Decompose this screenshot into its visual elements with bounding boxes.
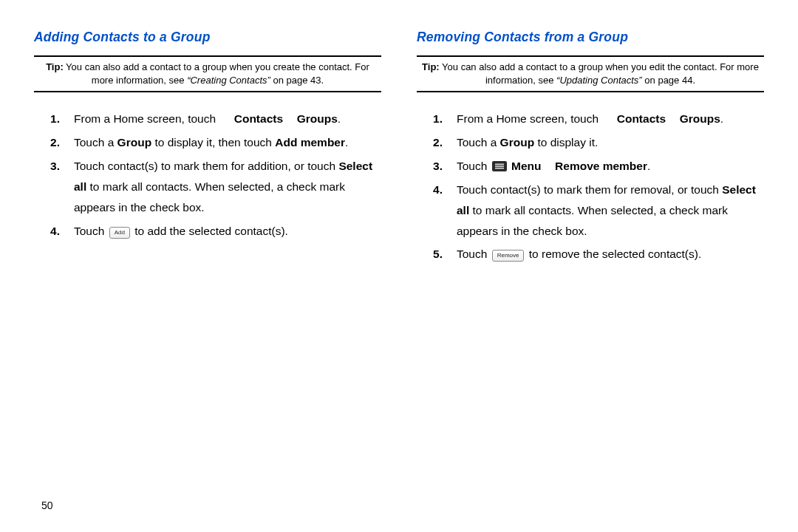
left-tip-box: Tip: You can also add a contact to a gro… (34, 55, 381, 92)
step-text: Touch contact(s) to mark them for remova… (457, 183, 722, 196)
remove-member-label: Remove member (555, 160, 647, 172)
left-step-4: Touch Add to add the selected contact(s)… (35, 221, 381, 242)
step-punct: . (720, 112, 723, 125)
svg-rect-2 (495, 166, 504, 167)
left-step-1: From a Home screen, touch Contacts Group… (35, 109, 381, 129)
step-text: . (345, 136, 348, 149)
step-text: to display it. (534, 136, 598, 149)
left-steps: From a Home screen, touch Contacts Group… (34, 109, 381, 241)
step-text: Touch a (457, 136, 500, 149)
step-bold: Group (500, 136, 535, 149)
page-number: 50 (41, 499, 53, 511)
right-section-title: Removing Contacts from a Group (417, 30, 764, 45)
tip-label: Tip: (46, 61, 64, 72)
right-step-5: Touch Remove to remove the selected cont… (418, 244, 764, 265)
right-step-1: From a Home screen, touch Contacts Group… (418, 109, 764, 129)
two-column-layout: Adding Contacts to a Group Tip: You can … (34, 30, 764, 267)
remove-button-pill: Remove (492, 250, 525, 262)
contacts-label: Contacts (234, 112, 283, 125)
svg-rect-3 (495, 168, 504, 169)
step-text: From a Home screen, touch (457, 112, 601, 125)
add-button-pill: Add (109, 227, 130, 239)
tip-text-after: on page 44. (642, 75, 695, 86)
right-tip-box: Tip: You can also add a contact to a gro… (417, 55, 764, 92)
svg-rect-1 (495, 163, 504, 165)
step-text: Touch (74, 225, 108, 237)
step-text: . (647, 160, 650, 172)
step-text: Touch (457, 248, 491, 260)
step-text: From a Home screen, touch (74, 112, 219, 125)
menu-icon (492, 161, 507, 171)
right-step-4: Touch contact(s) to mark them for remova… (418, 180, 764, 242)
step-text: to add the selected contact(s). (132, 225, 288, 237)
groups-label: Groups (680, 112, 720, 125)
manual-page: Adding Contacts to a Group Tip: You can … (0, 0, 798, 532)
contacts-label: Contacts (617, 112, 666, 125)
tip-xref: “Updating Contacts” (556, 75, 642, 86)
right-step-2: Touch a Group to display it. (418, 132, 764, 153)
right-steps: From a Home screen, touch Contacts Group… (417, 109, 764, 265)
menu-label: Menu (511, 160, 541, 172)
right-step-3: Touch Menu Remove member. (418, 156, 764, 177)
tip-xref: “Creating Contacts” (187, 75, 270, 86)
left-column: Adding Contacts to a Group Tip: You can … (34, 30, 381, 267)
tip-text-after: on page 43. (270, 75, 324, 86)
step-text: Touch (457, 160, 491, 172)
step-text: to remove the selected contact(s). (525, 248, 701, 260)
step-punct: . (338, 112, 341, 125)
right-column: Removing Contacts from a Group Tip: You … (417, 30, 764, 267)
left-section-title: Adding Contacts to a Group (34, 30, 381, 45)
left-step-2: Touch a Group to display it, then touch … (35, 132, 381, 153)
step-bold: Group (117, 136, 152, 149)
tip-label: Tip: (422, 61, 440, 72)
step-bold: Add member (275, 136, 345, 149)
left-step-3: Touch contact(s) to mark them for additi… (35, 156, 381, 218)
groups-label: Groups (297, 112, 338, 125)
step-text: to mark all contacts. When selected, a c… (457, 204, 728, 237)
step-text: Touch contact(s) to mark them for additi… (74, 160, 338, 172)
step-text: Touch a (74, 136, 117, 149)
step-text: to display it, then touch (151, 136, 275, 149)
step-text: to mark all contacts. When selected, a c… (74, 180, 345, 214)
